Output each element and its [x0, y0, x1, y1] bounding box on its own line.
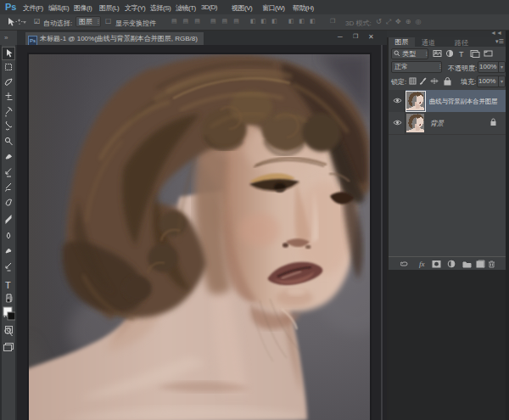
svg-text:fx: fx [419, 260, 425, 268]
svg-text:T: T [459, 50, 464, 59]
svg-text:T: T [5, 280, 11, 290]
